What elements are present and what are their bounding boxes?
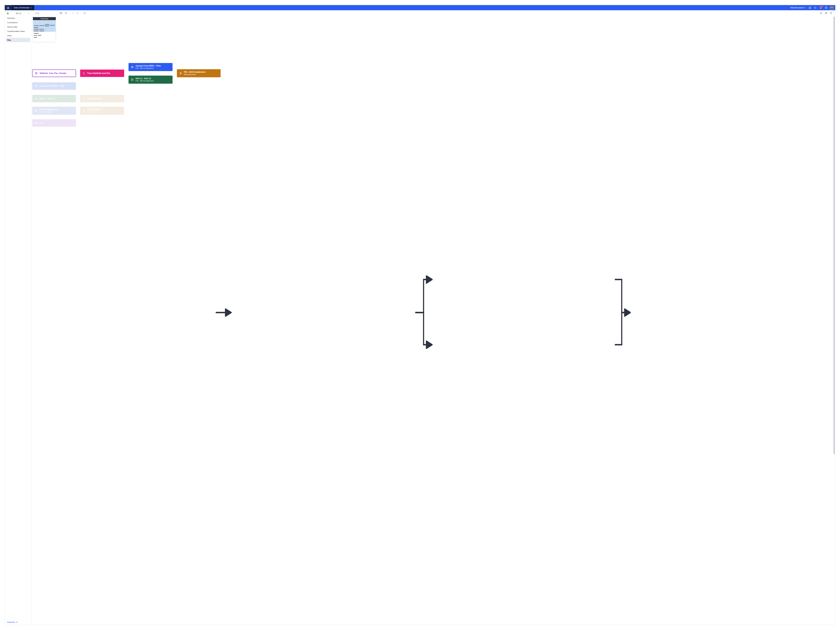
list-icon	[825, 12, 827, 14]
sidebar-item-label: Transformation views	[7, 30, 25, 32]
workspace-selector[interactable]: DC-12 ▾	[6, 12, 30, 16]
user-name: Matt Besselsen	[790, 6, 804, 9]
canvas[interactable]: Overview	[32, 16, 835, 625]
node-title: dst	[39, 122, 42, 124]
external-link-icon	[16, 621, 17, 623]
chevron-down-icon: ▾	[31, 7, 32, 9]
help-button[interactable]	[824, 6, 827, 9]
node-faded-geo[interactable]: Geo L1 - Geo L2	[32, 95, 76, 102]
node-link-geo[interactable]: Geo L1 - Geo L2 FIN - ADO Enablement	[128, 76, 172, 84]
node-subtitle: FIN - ADO Enablement	[136, 67, 161, 69]
sidebar-item-transformation-views[interactable]: Transformation views	[6, 29, 30, 33]
svg-rect-18	[35, 85, 37, 87]
node-title: Matt Besselsen	[87, 98, 102, 100]
sidebar-item-map[interactable]: Map	[6, 38, 30, 42]
refresh-icon	[65, 12, 67, 14]
svg-point-24	[83, 110, 85, 112]
help-link-label: Anapedia	[7, 621, 15, 623]
vertical-scrollbar[interactable]	[834, 17, 835, 624]
zoom-in-button[interactable]	[76, 11, 79, 15]
sidebar-item-label: Source data	[7, 26, 17, 28]
app-switcher[interactable]: Data Orchestrator ▾	[11, 5, 34, 10]
model-icon	[82, 109, 85, 112]
sidebar-item-links[interactable]: Links	[6, 33, 30, 38]
filter-button[interactable]	[829, 11, 833, 15]
node-transform-netsuite[interactable]: Trans NetSuite Asia-Pac	[80, 69, 124, 77]
plus-icon	[76, 12, 79, 14]
notifications-button[interactable]: 4	[819, 6, 822, 9]
svg-rect-14	[131, 66, 133, 68]
sidebar-item-overview[interactable]: Overview	[6, 16, 30, 21]
find-input[interactable]	[35, 12, 58, 14]
brand-logo[interactable]	[5, 5, 11, 10]
zoom-out-button[interactable]	[71, 11, 74, 15]
sidebar-item-source-data[interactable]: Source data	[6, 25, 30, 29]
node-subtitle: Matt Besselsen	[184, 73, 205, 76]
node-faded-hr-model[interactable]: ADO HR Model Matt Besselsen	[80, 107, 124, 115]
model-icon	[82, 97, 85, 100]
svg-point-23	[84, 111, 84, 111]
svg-rect-10	[84, 12, 85, 14]
model-icon	[179, 71, 182, 75]
top-bar: Data Orchestrator ▾ Matt Besselsen ▾ 4 M…	[5, 5, 835, 10]
share-button[interactable]	[808, 6, 812, 9]
chevron-down-icon: ▾	[28, 13, 29, 14]
svg-point-17	[180, 73, 182, 74]
main: DC-12 ▾ Overview Connections Source data…	[5, 10, 835, 625]
legend-button[interactable]	[824, 11, 828, 15]
refresh-button[interactable]	[64, 11, 68, 15]
svg-rect-9	[60, 12, 62, 14]
node-subtitle: ADO HR Model	[39, 111, 57, 113]
svg-point-2	[809, 8, 810, 9]
user-menu[interactable]: Matt Besselsen ▾	[790, 6, 806, 9]
sidebar-item-label: Map	[7, 39, 11, 41]
node-model-fin[interactable]: FIN - ADO Enablement Matt Besselsen	[177, 69, 221, 77]
node-title: Trans NetSuite Asia-Pac	[87, 72, 111, 74]
svg-rect-25	[35, 122, 37, 124]
chevron-down-icon: ▾	[805, 7, 806, 9]
help-link-anapedia[interactable]: Anapedia	[6, 620, 30, 624]
node-title: Geo L1 - Geo L2	[39, 98, 55, 100]
node-source-netsuite[interactable]: NetSuite_Asia_Pac_Actuals	[32, 69, 76, 77]
sidebar-item-label: Overview	[7, 17, 15, 19]
transform-icon	[82, 71, 85, 75]
minus-icon	[72, 12, 74, 14]
scrollbar-thumb[interactable]	[834, 17, 835, 454]
square-icon	[83, 12, 86, 14]
node-faded-dst[interactable]: dst	[32, 119, 76, 127]
avatar-initials: MB	[831, 7, 833, 9]
link-table-icon	[34, 84, 38, 88]
info-button[interactable]	[819, 11, 823, 15]
link-list-icon	[34, 97, 38, 100]
svg-point-1	[810, 7, 811, 7]
svg-point-20	[84, 98, 84, 99]
flow-arrows	[32, 16, 835, 625]
avatar[interactable]: MB	[830, 6, 834, 9]
toolbar-separator	[81, 12, 81, 14]
app-name: Data Orchestrator	[14, 6, 30, 9]
node-faded-headcount[interactable]: OUT01: Headcount ADO HR Model	[32, 107, 76, 115]
svg-rect-22	[35, 110, 37, 112]
share-icon	[808, 6, 811, 9]
node-subtitle: Matt Besselsen	[87, 111, 101, 113]
node-title: FIN - ADO Enablement	[184, 71, 205, 73]
node-title: OUT01: Headcount	[39, 108, 57, 111]
node-faded-actuals[interactable]: Actuals From ERPs - Time	[32, 82, 76, 90]
link-table-icon	[34, 109, 38, 112]
find-box[interactable]: ×	[33, 11, 58, 15]
node-faded-user-model[interactable]: Matt Besselsen	[80, 95, 124, 102]
svg-rect-13	[35, 73, 37, 74]
fit-screen-button[interactable]	[83, 11, 86, 15]
node-link-actuals[interactable]: Actuals From ERPs - Time FIN - ADO Enabl…	[128, 63, 172, 71]
node-title: Actuals From ERPs - Time	[136, 65, 161, 67]
node-title: Geo L1 - Geo L2	[136, 77, 153, 80]
node-title: ADO HR Model	[87, 108, 101, 111]
search-button[interactable]	[814, 6, 817, 9]
link-table-icon	[131, 65, 134, 69]
help-icon	[825, 6, 827, 9]
sidebar-item-label: Links	[7, 35, 12, 36]
sidebar-item-connections[interactable]: Connections	[6, 21, 30, 25]
svg-point-21	[83, 98, 85, 99]
filter-icon	[830, 12, 832, 14]
toggle-minimap-button[interactable]	[60, 11, 63, 15]
